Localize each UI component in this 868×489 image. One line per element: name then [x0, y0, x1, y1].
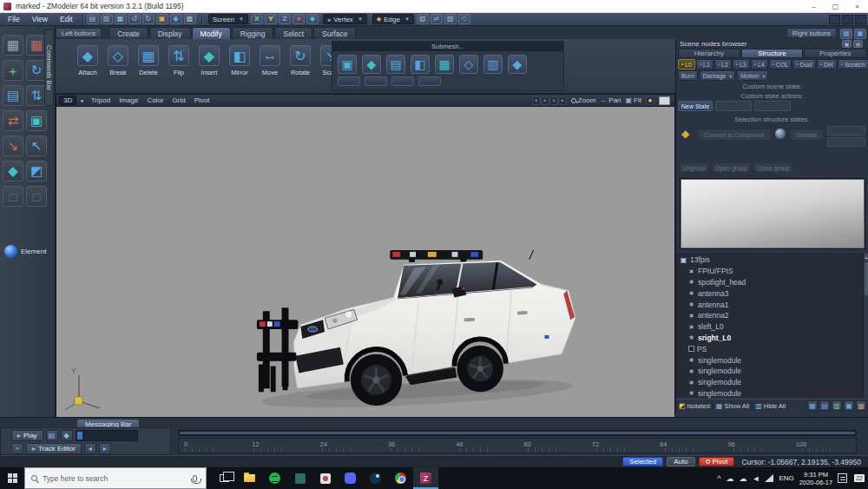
playback-slider[interactable]: [76, 430, 138, 441]
loop-button[interactable]: ▤: [46, 430, 58, 441]
submesh-option-2[interactable]: [365, 76, 387, 86]
convert-to-compound-button[interactable]: Convert to Compound: [697, 129, 772, 141]
cloud-sync-icon[interactable]: ☁: [740, 474, 747, 483]
tool-rotate[interactable]: ↻Rotate: [287, 43, 313, 79]
state-burn[interactable]: Burn: [678, 70, 698, 81]
zmodeler-icon[interactable]: Z: [413, 467, 438, 489]
tree-node[interactable]: ∗singlemodule: [676, 354, 863, 366]
media-app-icon[interactable]: [312, 467, 338, 489]
scroll-up-icon[interactable]: ▲: [864, 254, 868, 261]
lod-l1[interactable]: ▪L1: [696, 59, 713, 69]
add-track-button[interactable]: +: [11, 443, 23, 454]
edge-dropdown[interactable]: ◆Edge▼: [372, 14, 414, 24]
language-indicator[interactable]: ENG: [779, 474, 793, 482]
command-icon-8[interactable]: ▣: [26, 110, 47, 131]
tool-flip[interactable]: ⇅Flip: [166, 43, 192, 79]
panel-menu-icon[interactable]: ▤: [853, 40, 863, 48]
command-icon-5[interactable]: ▤: [3, 85, 23, 106]
open-group-button[interactable]: Open group: [712, 162, 751, 173]
command-icon-11[interactable]: ◆: [3, 161, 23, 182]
chrome-icon[interactable]: [388, 467, 413, 489]
layout-button-2[interactable]: [842, 15, 853, 24]
command-icon-1[interactable]: ▦: [3, 35, 23, 56]
shading-icon[interactable]: ▪: [532, 96, 541, 105]
submesh-bridge-icon[interactable]: ▥: [483, 55, 503, 74]
layer-view-icon-1[interactable]: ▦: [807, 400, 818, 411]
dismiss-button[interactable]: Dismiss: [789, 129, 824, 141]
submesh-extrude-icon[interactable]: ▤: [386, 55, 405, 74]
tree-node[interactable]: ∗spotlight_head: [676, 277, 863, 288]
tree-node[interactable]: ∗FPIU/FPIS: [676, 266, 863, 277]
camera-icon[interactable]: [659, 96, 670, 105]
node-list-scrollbar[interactable]: ▲: [863, 254, 868, 398]
ungroup-button[interactable]: Ungroup: [679, 162, 709, 173]
pin-icon[interactable]: ▣: [842, 40, 852, 48]
lamp-icon[interactable]: ●: [646, 96, 654, 105]
redo-icon[interactable]: ↻: [142, 14, 155, 24]
axis-x-toggle[interactable]: X: [251, 14, 263, 24]
checkbox-icon[interactable]: [688, 346, 694, 352]
viewport-menu-image[interactable]: Image: [115, 96, 142, 104]
scene-tab-properties[interactable]: Properties: [804, 49, 866, 58]
command-icon-14[interactable]: □: [26, 186, 47, 207]
submesh-bevel-icon[interactable]: ◇: [459, 55, 478, 74]
scene-tab-hierarchy[interactable]: Hierarchy: [678, 49, 740, 58]
tree-node[interactable]: ∗singlemodule: [676, 377, 863, 388]
tree-node[interactable]: ∗antenna2: [676, 310, 863, 321]
command-icon-9[interactable]: ↘: [3, 135, 23, 156]
lod-l2[interactable]: ▪L2: [714, 59, 732, 69]
tree-node[interactable]: ∗sleft_L0: [676, 321, 863, 333]
state-action-button-1[interactable]: [715, 101, 752, 111]
wireframe-icon[interactable]: ▪: [549, 96, 558, 105]
lod-dirt[interactable]: ▪Dirt: [817, 59, 837, 69]
element-mode[interactable]: Element: [4, 245, 46, 258]
scrollbar-thumb[interactable]: [865, 262, 868, 295]
state-action-button-2[interactable]: [754, 101, 791, 111]
submesh-option-4[interactable]: [418, 76, 441, 86]
lod-l4[interactable]: ▪L4: [751, 59, 768, 69]
group-option-button-2[interactable]: [827, 137, 865, 147]
viewport-mode-button[interactable]: 3D: [59, 96, 76, 105]
timeline-scrollbar-thumb[interactable]: [180, 432, 855, 434]
viewport-menu-tripod[interactable]: Tripod: [87, 96, 115, 104]
snap-icon[interactable]: ◆: [306, 14, 319, 24]
lod-l3[interactable]: ▪L3: [733, 59, 750, 69]
steam-icon[interactable]: [363, 467, 388, 489]
timeline-scrollbar[interactable]: [178, 430, 857, 436]
scene-tab-structure[interactable]: Structure: [741, 49, 804, 58]
command-icon-10[interactable]: ↖: [26, 135, 47, 156]
tree-node[interactable]: ∗antenna1: [676, 299, 863, 310]
tree-node[interactable]: ▣13fpis: [676, 254, 863, 266]
viewport-menu-grid[interactable]: Grid: [168, 96, 190, 104]
tab-select[interactable]: Select: [274, 27, 312, 39]
microphone-icon[interactable]: [193, 475, 197, 482]
zoom-button[interactable]: Zoom: [571, 96, 595, 104]
panel-icon-1[interactable]: ▦: [840, 29, 852, 39]
network-icon[interactable]: [765, 474, 773, 482]
viewport-menu-pivot[interactable]: Pivot: [190, 96, 214, 104]
command-icon-13[interactable]: □: [3, 186, 23, 207]
tree-node[interactable]: ∗singlemodule: [676, 366, 863, 377]
layer-view-icon-4[interactable]: ▣: [844, 400, 854, 411]
prev-frame-button[interactable]: ◂: [84, 443, 96, 454]
select-mode-icon[interactable]: ●: [293, 14, 305, 24]
tab-create[interactable]: Create: [108, 27, 148, 39]
menu-view[interactable]: View: [26, 14, 54, 24]
clock[interactable]: 9:31 PM2020-06-17: [799, 471, 832, 486]
play-button[interactable]: ▸Play: [11, 430, 43, 441]
tool-mirror[interactable]: ◧Mirror: [227, 43, 253, 79]
submesh-detach-icon[interactable]: ▣: [338, 55, 357, 74]
tab-display[interactable]: Display: [149, 27, 191, 39]
material-icon[interactable]: ▣: [156, 14, 168, 24]
left-buttons-hint[interactable]: Left buttons: [56, 28, 102, 38]
submesh-option-3[interactable]: [391, 76, 414, 86]
tree-node[interactable]: ∗antenna3: [676, 287, 863, 299]
close-button[interactable]: ×: [846, 0, 868, 12]
commands-bar-label[interactable]: Commands Bar: [44, 30, 54, 106]
collapse-icon[interactable]: ◂: [80, 97, 83, 104]
record-button[interactable]: ◆: [61, 430, 73, 441]
tray-expand-icon[interactable]: ^: [717, 474, 720, 483]
layer-view-icon-2[interactable]: ▤: [819, 400, 830, 411]
grid-icon[interactable]: ▩: [184, 14, 196, 24]
render-icon[interactable]: ◆: [170, 14, 182, 24]
